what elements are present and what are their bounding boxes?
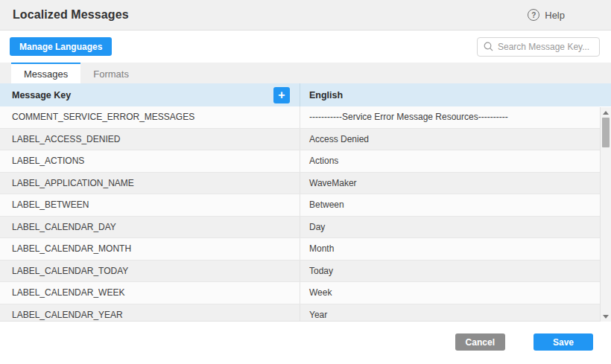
row-value[interactable]: Year [300, 304, 600, 322]
scrollbar-down-button[interactable] [601, 311, 611, 322]
table-row[interactable]: LABEL_ACTIONS Actions [0, 150, 600, 173]
table-row[interactable]: LABEL_ACCESS_DENIED Access Denied [0, 129, 600, 151]
row-value[interactable]: -----------Service Error Message Resourc… [300, 106, 600, 128]
scrollbar-thumb[interactable] [602, 118, 610, 147]
row-value[interactable]: Access Denied [300, 129, 600, 150]
row-key[interactable]: LABEL_APPLICATION_NAME [0, 173, 300, 194]
plus-icon: + [278, 88, 285, 103]
help-button[interactable]: ? Help [528, 9, 565, 21]
table-row[interactable]: LABEL_CALENDAR_TODAY Today [0, 261, 600, 283]
row-value[interactable]: Week [300, 282, 600, 304]
help-icon: ? [528, 9, 539, 21]
search-icon [484, 42, 493, 51]
row-value[interactable]: Month [300, 238, 600, 260]
page-title: Localized Messages [13, 8, 129, 22]
row-key[interactable]: LABEL_CALENDAR_WEEK [0, 282, 300, 304]
tab-strip: Messages Formats [0, 63, 611, 83]
arrow-down-icon [603, 315, 609, 319]
row-key[interactable]: LABEL_ACTIONS [0, 150, 300, 172]
column-label-english: English [309, 90, 343, 100]
row-key[interactable]: LABEL_ACCESS_DENIED [0, 129, 300, 150]
row-value[interactable]: Today [300, 261, 600, 282]
tab-messages[interactable]: Messages [11, 63, 80, 83]
table-row[interactable]: LABEL_CALENDAR_MONTH Month [0, 238, 600, 261]
row-value[interactable]: WaveMaker [300, 173, 600, 194]
tab-formats[interactable]: Formats [80, 63, 142, 83]
row-key[interactable]: LABEL_CALENDAR_YEAR [0, 304, 300, 322]
column-header-message-key: Message Key + [0, 83, 300, 106]
search-input[interactable] [498, 42, 593, 52]
table-row[interactable]: LABEL_CALENDAR_WEEK Week [0, 282, 600, 304]
row-value[interactable]: Day [300, 217, 600, 238]
row-key[interactable]: LABEL_CALENDAR_TODAY [0, 261, 300, 282]
table-header: Message Key + English [0, 83, 611, 106]
table-scrollbar[interactable] [600, 107, 611, 322]
table-body: COMMENT_SERVICE_ERROR_MESSAGES ---------… [0, 106, 600, 322]
row-key[interactable]: COMMENT_SERVICE_ERROR_MESSAGES [0, 106, 300, 128]
toolbar: Manage Languages [0, 31, 611, 63]
row-key[interactable]: LABEL_CALENDAR_MONTH [0, 238, 300, 260]
row-value[interactable]: Actions [300, 150, 600, 172]
table-row[interactable]: LABEL_APPLICATION_NAME WaveMaker [0, 173, 600, 195]
scrollbar-up-button[interactable] [601, 107, 611, 118]
table-row[interactable]: LABEL_BETWEEN Between [0, 194, 600, 217]
help-label: Help [545, 10, 565, 21]
column-header-english: English [300, 83, 611, 106]
column-label-message-key: Message Key [12, 90, 71, 100]
row-key[interactable]: LABEL_CALENDAR_DAY [0, 217, 300, 238]
row-key[interactable]: LABEL_BETWEEN [0, 194, 300, 216]
save-button[interactable]: Save [534, 333, 593, 351]
add-message-key-button[interactable]: + [273, 87, 290, 103]
manage-languages-button[interactable]: Manage Languages [10, 37, 112, 56]
arrow-up-icon [603, 111, 609, 115]
title-bar: Localized Messages ? Help [0, 0, 611, 31]
table-row[interactable]: LABEL_CALENDAR_DAY Day [0, 217, 600, 239]
row-value[interactable]: Between [300, 194, 600, 216]
footer: Cancel Save [0, 322, 611, 364]
search-box[interactable] [477, 37, 600, 57]
table-row[interactable]: LABEL_CALENDAR_YEAR Year [0, 304, 600, 322]
table-row[interactable]: COMMENT_SERVICE_ERROR_MESSAGES ---------… [0, 106, 600, 129]
cancel-button[interactable]: Cancel [455, 333, 505, 351]
